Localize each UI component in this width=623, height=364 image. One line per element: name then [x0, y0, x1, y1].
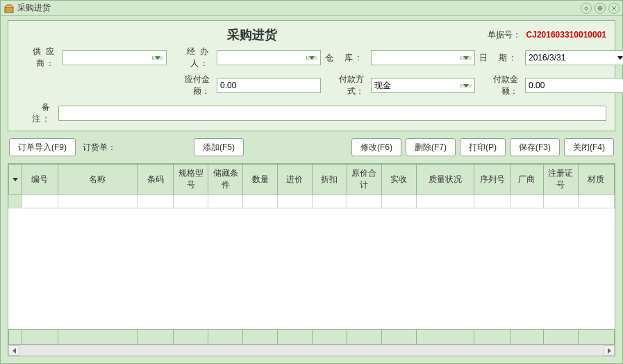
payable-label: 应付金额：: [171, 74, 213, 97]
row-selector-header[interactable]: [9, 165, 22, 195]
col-serial[interactable]: 序列号: [474, 165, 510, 195]
date-label: 日 期：: [479, 52, 521, 64]
maximize-button[interactable]: [595, 3, 606, 14]
table-row[interactable]: [9, 195, 615, 208]
order-label: 订货单：: [83, 142, 116, 154]
print-button[interactable]: 打印(P): [460, 138, 506, 156]
payable-input[interactable]: [220, 81, 317, 90]
remark-label: 备 注：: [17, 101, 54, 125]
col-quality[interactable]: 质量状况: [416, 165, 474, 195]
paymethod-input[interactable]: [374, 81, 460, 90]
paymethod-label: 付款方式：: [325, 74, 367, 97]
header-row: 采购进货 单据号： CJ201603310010001: [17, 26, 606, 43]
data-grid: 编号 名称 条码 规格型号 储藏条件 数量 进价 折扣 原价合计 实收 质量状况…: [8, 163, 615, 356]
grid-body[interactable]: [8, 208, 615, 329]
warehouse-combo[interactable]: [371, 50, 475, 65]
close-form-button[interactable]: 关闭(F4): [564, 138, 614, 156]
chevron-down-icon[interactable]: [152, 56, 163, 60]
scroll-left-button[interactable]: [8, 345, 19, 356]
scroll-right-button[interactable]: [604, 345, 615, 356]
close-button[interactable]: [608, 3, 620, 14]
col-vendor[interactable]: 厂商: [510, 165, 544, 195]
col-name[interactable]: 名称: [58, 165, 137, 195]
delete-button[interactable]: 删除(F7): [406, 138, 456, 156]
col-total[interactable]: 原价合计: [347, 165, 381, 195]
remark-input[interactable]: [62, 108, 603, 118]
date-picker[interactable]: [525, 50, 623, 65]
warehouse-label: 仓 库：: [325, 52, 367, 64]
supplier-combo[interactable]: [63, 50, 167, 65]
chevron-down-icon[interactable]: [460, 56, 472, 60]
grid-header: 编号 名称 条码 规格型号 储藏条件 数量 进价 折扣 原价合计 实收 质量状况…: [8, 164, 615, 208]
supplier-label: 供 应 商：: [17, 46, 58, 69]
remark-field[interactable]: [58, 106, 606, 121]
paymethod-combo[interactable]: [371, 78, 475, 93]
handler-combo[interactable]: [217, 50, 321, 65]
chevron-down-icon[interactable]: [615, 56, 623, 60]
window-title: 采购进货: [17, 2, 581, 14]
payamount-field[interactable]: [525, 78, 623, 93]
col-price[interactable]: 进价: [278, 165, 313, 195]
col-qty[interactable]: 数量: [243, 165, 278, 195]
svg-rect-0: [5, 7, 13, 13]
app-icon: [3, 3, 15, 14]
chevron-down-icon[interactable]: [306, 56, 317, 60]
col-regno[interactable]: 注册证号: [543, 165, 578, 195]
content: 采购进货 单据号： CJ201603310010001 供 应 商： 经 办 人…: [1, 16, 622, 363]
grid-header-row: 编号 名称 条码 规格型号 储藏条件 数量 进价 折扣 原价合计 实收 质量状况…: [9, 165, 615, 195]
chevron-down-icon[interactable]: [460, 84, 472, 88]
col-id[interactable]: 编号: [22, 165, 58, 195]
horizontal-scrollbar[interactable]: [8, 345, 615, 356]
warehouse-input[interactable]: [374, 53, 460, 63]
payable-field[interactable]: [217, 78, 321, 93]
window-root: 采购进货 采购进货 单据号： CJ201603310010001 供 应 商： …: [0, 0, 623, 364]
scroll-track[interactable]: [19, 345, 604, 356]
col-received[interactable]: 实收: [381, 165, 416, 195]
remark-row: 备 注：: [17, 101, 606, 125]
toolbar: 订单导入(F9) 订货单： 添加(F5) 修改(F6) 删除(F7) 打印(P)…: [8, 134, 615, 160]
col-material[interactable]: 材质: [578, 165, 614, 195]
grid-footer-row: [9, 330, 615, 345]
docno-value: CJ201603310010001: [526, 30, 606, 40]
form-panel: 采购进货 单据号： CJ201603310010001 供 应 商： 经 办 人…: [8, 20, 615, 131]
date-input[interactable]: [529, 53, 615, 63]
grid-footer: [8, 329, 615, 345]
edit-button[interactable]: 修改(F6): [351, 138, 401, 156]
window-controls: [581, 3, 620, 14]
docno-label: 单据号：: [488, 29, 521, 41]
page-title: 采购进货: [17, 26, 488, 43]
svg-point-1: [585, 7, 588, 10]
save-button[interactable]: 保存(F3): [510, 138, 560, 156]
supplier-input[interactable]: [66, 53, 152, 63]
handler-label: 经 办 人：: [171, 46, 213, 69]
import-order-button[interactable]: 订单导入(F9): [9, 138, 76, 156]
col-storage[interactable]: 储藏条件: [208, 165, 243, 195]
add-button[interactable]: 添加(F5): [194, 138, 244, 156]
minimize-button[interactable]: [581, 3, 592, 14]
payamount-label: 付款金额：: [479, 74, 521, 97]
titlebar: 采购进货: [1, 1, 622, 16]
payamount-input[interactable]: [529, 81, 623, 90]
col-barcode[interactable]: 条码: [138, 165, 174, 195]
col-discount[interactable]: 折扣: [312, 165, 347, 195]
handler-input[interactable]: [220, 53, 306, 63]
col-spec[interactable]: 规格型号: [174, 165, 208, 195]
form-grid: 供 应 商： 经 办 人： 仓 库： 日 期： 应付金额： 付款方式： 付款金额…: [17, 46, 606, 97]
